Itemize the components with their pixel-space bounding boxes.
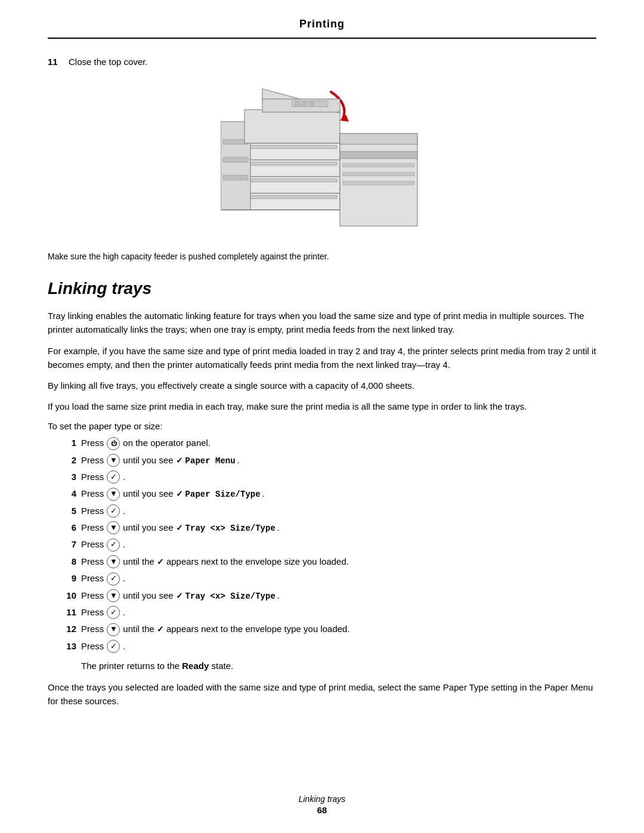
step-num-12: 12: [60, 622, 76, 636]
press-label-8: Press: [81, 555, 104, 569]
step-num-6: 6: [60, 521, 76, 535]
table-row: 11 Press ✓ .: [60, 605, 596, 620]
check-mark-8: ✓: [157, 555, 164, 568]
image-caption: Make sure the high capacity feeder is pu…: [48, 252, 596, 261]
table-row: 7 Press ✓ .: [60, 537, 596, 552]
step-content-13: Press ✓ .: [81, 639, 596, 654]
until-2: until you see: [123, 453, 173, 467]
check-mark-2: ✓: [176, 454, 183, 467]
footer-page-number: 68: [0, 805, 644, 815]
check-mark-12: ✓: [157, 623, 164, 636]
svg-rect-1: [247, 196, 337, 199]
table-row: 3 Press ✓ .: [60, 470, 596, 484]
step-content-8: Press ▼ until the ✓ appears next to the …: [81, 555, 596, 569]
press-label-9: Press: [81, 571, 104, 586]
step-content-5: Press ✓ .: [81, 504, 596, 518]
until-4: until you see: [123, 487, 173, 501]
step-num-5: 5: [60, 504, 76, 518]
until-6: until you see: [123, 521, 173, 535]
steps-list: 1 Press ⏻ on the operator panel. 2 Press…: [60, 436, 596, 654]
body-para-4: If you load the same size print media in…: [48, 400, 596, 413]
down-arrow-icon-12: ▼: [107, 623, 120, 636]
svg-rect-10: [223, 157, 248, 162]
table-row: 10 Press ▼ until you see ✓ Tray <x> Size…: [60, 589, 596, 603]
svg-rect-16: [340, 151, 417, 159]
press-label-4: Press: [81, 487, 104, 501]
check-circle-icon-5: ✓: [107, 504, 120, 518]
until-12: until the: [123, 622, 154, 636]
panel-text-1: on the operator panel.: [123, 436, 210, 450]
press-label-7: Press: [81, 537, 104, 552]
table-row: 1 Press ⏻ on the operator panel.: [60, 436, 596, 451]
period-10: .: [277, 589, 280, 603]
check-circle-icon-11: ✓: [107, 606, 120, 619]
period-3: .: [123, 470, 125, 484]
svg-rect-5: [247, 162, 337, 165]
period-11: .: [123, 605, 125, 620]
press-label-1: Press: [81, 436, 104, 450]
check-mark-6: ✓: [176, 521, 183, 534]
page-footer: Linking trays 68: [0, 794, 644, 815]
step-content-6: Press ▼ until you see ✓ Tray <x> Size/Ty…: [81, 521, 596, 535]
press-label-13: Press: [81, 639, 104, 654]
step-content-7: Press ✓ .: [81, 537, 596, 552]
period-5: .: [123, 504, 125, 518]
period-7: .: [123, 537, 125, 552]
step-content-2: Press ▼ until you see ✓ Paper Menu .: [81, 453, 596, 467]
period-6: .: [277, 521, 280, 535]
table-row: 13 Press ✓ .: [60, 639, 596, 654]
svg-rect-25: [309, 102, 314, 106]
returns-suffix: state.: [211, 661, 233, 671]
svg-rect-3: [247, 179, 337, 182]
check-circle-icon-7: ✓: [107, 538, 120, 552]
printer-illustration: [221, 74, 423, 241]
footer-text: Linking trays: [0, 794, 644, 804]
table-row: 2 Press ▼ until you see ✓ Paper Menu .: [60, 453, 596, 467]
table-row: 4 Press ▼ until you see ✓ Paper Size/Typ…: [60, 487, 596, 501]
table-row: 6 Press ▼ until you see ✓ Tray <x> Size/…: [60, 521, 596, 535]
press-label-2: Press: [81, 453, 104, 467]
step-content-3: Press ✓ .: [81, 470, 596, 484]
press-label-12: Press: [81, 622, 104, 636]
down-arrow-icon-8: ▼: [107, 555, 120, 568]
tray-size-type-label-6: Tray <x> Size/Type: [185, 522, 275, 535]
step-num-7: 7: [60, 537, 76, 552]
step-num-1: 1: [60, 436, 76, 450]
paper-menu-label: Paper Menu: [185, 454, 236, 467]
svg-rect-24: [302, 102, 307, 106]
step-content-9: Press ✓ .: [81, 571, 596, 586]
down-arrow-icon-4: ▼: [107, 488, 120, 501]
steps-intro: To set the paper type or size:: [48, 421, 596, 431]
step-content-1: Press ⏻ on the operator panel.: [81, 436, 596, 451]
press-label-10: Press: [81, 589, 104, 603]
body-para-2: For example, if you have the same size a…: [48, 344, 596, 372]
svg-rect-17: [340, 134, 417, 144]
appears-env-type: appears next to the envelope type you lo…: [166, 622, 350, 636]
svg-rect-23: [295, 102, 300, 106]
check-circle-icon-13: ✓: [107, 640, 120, 653]
step-11-row: 11 Close the top cover.: [48, 57, 596, 67]
tray-size-type-label-10: Tray <x> Size/Type: [185, 590, 275, 603]
header-title: Printing: [48, 18, 596, 30]
paper-size-type-label: Paper Size/Type: [185, 488, 261, 501]
closing-para-1: Once the trays you selected are loaded w…: [48, 680, 596, 708]
step-num-3: 3: [60, 470, 76, 484]
step-content-11: Press ✓ .: [81, 605, 596, 620]
until-10: until you see: [123, 589, 173, 603]
header-rule: [48, 38, 596, 39]
table-row: 8 Press ▼ until the ✓ appears next to th…: [60, 555, 596, 569]
period-9: .: [123, 571, 125, 586]
check-circle-icon-9: ✓: [107, 572, 120, 586]
period-13: .: [123, 639, 125, 654]
press-label-6: Press: [81, 521, 104, 535]
page-header: Printing: [48, 0, 596, 35]
down-arrow-icon-6: ▼: [107, 521, 120, 534]
svg-rect-20: [343, 181, 414, 185]
step-content-12: Press ▼ until the ✓ appears next to the …: [81, 622, 596, 636]
press-label-3: Press: [81, 470, 104, 484]
body-para-1: Tray linking enables the automatic linki…: [48, 309, 596, 337]
svg-rect-15: [340, 134, 417, 226]
down-arrow-icon-10: ▼: [107, 589, 120, 602]
svg-rect-18: [343, 163, 414, 167]
printer-image-area: [48, 74, 596, 241]
